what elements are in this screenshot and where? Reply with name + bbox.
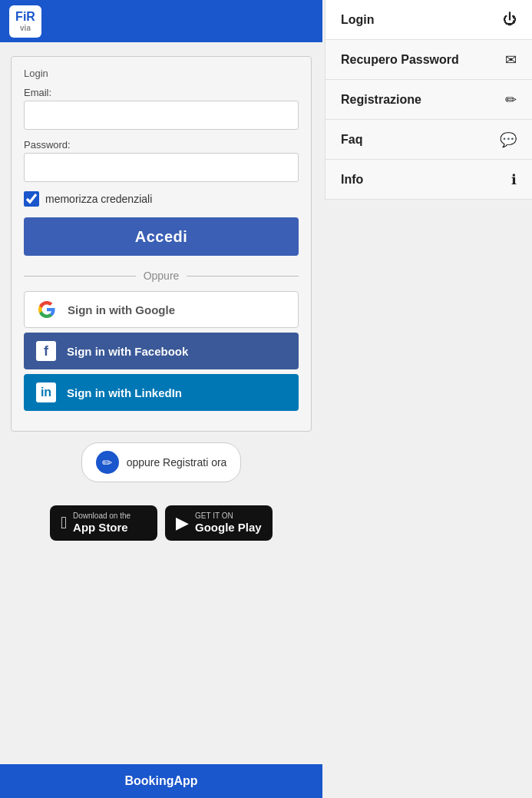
- password-input[interactable]: [24, 153, 299, 182]
- logo-top: FiR: [15, 10, 35, 24]
- google-play-sub: GET IT ON: [195, 512, 262, 521]
- power-icon: ⏻: [503, 12, 517, 28]
- apple-appstore-button[interactable]:  Download on the App Store: [50, 505, 157, 541]
- login-legend: Login: [24, 68, 299, 79]
- menu-item-faq[interactable]: Faq 💬: [325, 120, 532, 160]
- app-header: FiR via: [0, 0, 322, 42]
- info-icon: ℹ: [511, 171, 517, 188]
- oppure-divider: Oppure: [24, 270, 299, 282]
- login-card: Login Email: Password: memorizza credenz…: [11, 56, 312, 432]
- email-label: Email:: [24, 87, 299, 98]
- accedi-button[interactable]: Accedi: [24, 217, 299, 256]
- dropdown-menu: Login ⏻ Recupero Password ✉ Registrazion…: [325, 0, 532, 200]
- remember-checkbox[interactable]: [24, 191, 39, 207]
- remember-label: memorizza credenziali: [45, 193, 152, 205]
- menu-item-recupero-label: Recupero Password: [341, 53, 459, 67]
- password-label: Password:: [24, 139, 299, 151]
- menu-item-registrazione[interactable]: Registrazione ✏: [325, 80, 532, 120]
- linkedin-signin-button[interactable]: in Sign in with LinkedIn: [24, 374, 299, 411]
- google-play-text: GET IT ON Google Play: [195, 512, 262, 535]
- app-footer: BookingApp: [0, 764, 322, 798]
- menu-item-info[interactable]: Info ℹ: [325, 160, 532, 200]
- menu-item-faq-label: Faq: [341, 133, 362, 147]
- mail-icon: ✉: [505, 51, 517, 68]
- edit-icon: ✏: [505, 91, 517, 108]
- google-play-button[interactable]: ▶ GET IT ON Google Play: [165, 505, 273, 541]
- register-area: ✏ oppure Registrati ora: [11, 442, 312, 482]
- google-play-icon: ▶: [176, 513, 189, 533]
- google-icon: [35, 298, 58, 321]
- google-signin-label: Sign in with Google: [68, 303, 175, 316]
- linkedin-icon: in: [35, 381, 58, 404]
- oppure-text: Oppure: [144, 270, 180, 282]
- footer-label: BookingApp: [124, 774, 197, 788]
- menu-item-login-label: Login: [341, 13, 375, 27]
- apple-store-text: Download on the App Store: [73, 512, 131, 535]
- app-logo: FiR via: [9, 5, 41, 38]
- menu-item-recupero[interactable]: Recupero Password ✉: [325, 40, 532, 80]
- register-icon: ✏: [96, 451, 119, 474]
- chat-icon: 💬: [500, 131, 517, 148]
- email-input[interactable]: [24, 101, 299, 130]
- google-signin-button[interactable]: Sign in with Google: [24, 291, 299, 328]
- google-play-name: Google Play: [195, 521, 262, 535]
- linkedin-signin-label: Sign in with LinkedIn: [67, 386, 182, 399]
- facebook-signin-button[interactable]: f Sign in with Facebook: [24, 333, 299, 369]
- register-button[interactable]: ✏ oppure Registrati ora: [81, 442, 242, 482]
- oppure-line-left: [24, 276, 136, 276]
- remember-row: memorizza credenziali: [24, 191, 299, 207]
- left-panel: FiR via Login Email: Password: memorizza…: [0, 0, 322, 798]
- appstore-row:  Download on the App Store ▶ GET IT ON …: [11, 505, 312, 541]
- facebook-signin-label: Sign in with Facebook: [67, 345, 188, 358]
- apple-store-sub: Download on the: [73, 512, 131, 521]
- register-label: oppure Registrati ora: [127, 456, 227, 469]
- apple-icon: : [61, 513, 67, 533]
- oppure-line-right: [187, 276, 299, 276]
- menu-item-info-label: Info: [341, 173, 363, 187]
- apple-store-name: App Store: [73, 521, 131, 535]
- menu-item-login[interactable]: Login ⏻: [325, 0, 532, 40]
- logo-bot: via: [20, 24, 31, 32]
- facebook-icon: f: [35, 339, 58, 363]
- menu-item-registrazione-label: Registrazione: [341, 93, 421, 107]
